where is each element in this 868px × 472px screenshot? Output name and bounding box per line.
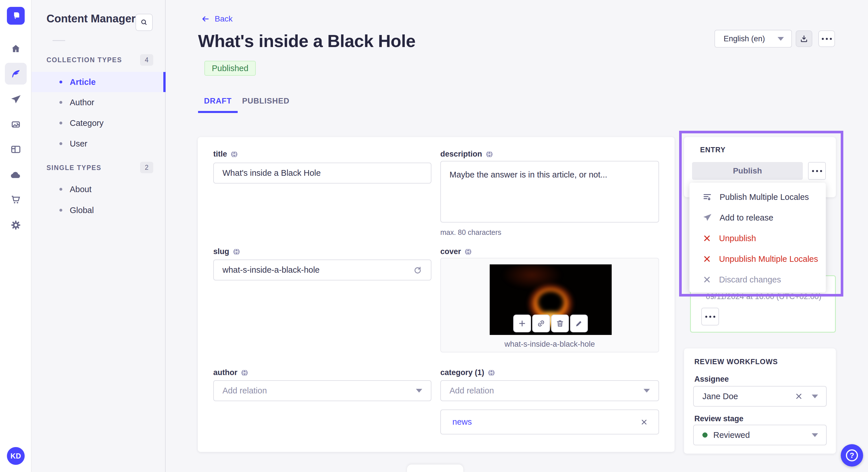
sidebar-item-label: Global [70, 206, 94, 215]
x-icon [702, 275, 712, 284]
active-tab-underline [198, 111, 238, 113]
cover-edit-button[interactable] [570, 314, 588, 332]
arrow-left-icon [201, 14, 210, 24]
export-download-button[interactable] [796, 30, 812, 47]
sidebar-item-global[interactable]: Global [32, 200, 166, 220]
bullet-icon [59, 142, 62, 145]
active-indicator [163, 72, 166, 92]
menu-item-label: Discard changes [719, 275, 781, 284]
settings-gear-icon[interactable] [5, 214, 27, 236]
description-textarea[interactable]: Maybe the answer is in this article, or … [440, 161, 659, 223]
relation-link-news[interactable]: news [453, 417, 472, 427]
sidebar-item-article[interactable]: Article [32, 72, 166, 92]
publish-options-menu: Publish Multiple Locales Add to release … [689, 183, 826, 293]
sidebar-item-user[interactable]: User [32, 134, 166, 154]
title-input[interactable]: What's inside a Black Hole [213, 163, 431, 183]
tab-draft[interactable]: DRAFT [198, 89, 238, 113]
regenerate-slug-icon[interactable] [413, 266, 422, 275]
marketplace-cart-icon[interactable] [5, 189, 27, 210]
scheduled-date-text: 09/11/2024 at 16:00 (UTC+02:00) [706, 292, 822, 301]
tab-published-label: PUBLISHED [242, 97, 290, 105]
cover-delete-button[interactable] [551, 314, 569, 332]
locale-select[interactable]: English (en) [714, 30, 792, 47]
assignee-value: Jane Doe [702, 392, 738, 401]
header-more-button[interactable] [818, 30, 835, 47]
edit-form-card: title What's inside a Black Hole descrip… [198, 137, 675, 452]
bullet-icon [59, 101, 62, 104]
menu-item-discard-changes[interactable]: Discard changes [689, 269, 826, 290]
review-workflows-title: REVIEW WORKFLOWS [694, 358, 778, 366]
sidebar-item-author[interactable]: Author [32, 92, 166, 112]
field-label-text: category (1) [440, 368, 484, 377]
menu-item-unpublish-multiple-locales[interactable]: Unpublish Multiple Locales [689, 248, 826, 269]
sidebar-item-label: Article [70, 77, 96, 87]
tab-published[interactable]: PUBLISHED [243, 89, 289, 113]
link-icon [537, 319, 546, 328]
sidebar-item-about[interactable]: About [32, 179, 166, 199]
entry-panel-title: ENTRY [700, 146, 725, 154]
title-input-value: What's inside a Black Hole [222, 168, 321, 178]
cover-toolbar [513, 314, 588, 332]
content-type-builder-icon[interactable] [5, 138, 27, 160]
slug-input-value: what-s-inside-a-black-hole [222, 265, 319, 275]
search-button[interactable] [135, 14, 153, 31]
cover-copy-link-button[interactable] [532, 314, 550, 332]
release-more-button[interactable] [701, 308, 719, 326]
slug-input[interactable]: what-s-inside-a-black-hole [213, 260, 431, 280]
field-label-text: Review stage [694, 414, 743, 423]
back-label: Back [215, 14, 232, 24]
help-button[interactable]: ? [841, 444, 863, 467]
strapi-logo[interactable] [7, 7, 25, 25]
ellipsis-icon [705, 316, 715, 318]
section-single-types: SINGLE TYPES [46, 164, 101, 172]
question-mark-icon: ? [846, 449, 858, 461]
content-manager-sidebar: Content Manager COLLECTION TYPES 4 Artic… [32, 0, 166, 472]
menu-item-unpublish[interactable]: Unpublish [689, 228, 826, 248]
cover-add-button[interactable] [513, 314, 531, 332]
author-relation-select[interactable]: Add relation [213, 380, 431, 401]
chevron-down-icon [644, 389, 650, 393]
globe-icon [233, 248, 240, 256]
content-manager-feather-icon[interactable] [5, 63, 27, 85]
releases-plane-icon[interactable] [5, 89, 27, 110]
remove-relation-icon[interactable] [640, 418, 648, 426]
review-stage-label: Review stage [694, 414, 743, 423]
download-icon [800, 34, 808, 43]
clear-assignee-icon[interactable] [795, 392, 803, 401]
category-relation-select[interactable]: Add relation [440, 380, 659, 401]
list-plus-icon [702, 192, 712, 202]
back-button[interactable]: Back [201, 14, 232, 24]
globe-icon [488, 369, 495, 376]
single-types-count-badge: 2 [140, 162, 153, 173]
status-badge: Published [205, 61, 256, 76]
globe-icon [230, 150, 238, 158]
tab-draft-label: DRAFT [204, 97, 231, 105]
menu-item-publish-multiple-locales[interactable]: Publish Multiple Locales [689, 187, 826, 207]
user-avatar[interactable]: KD [7, 447, 25, 465]
sidebar-item-label: User [70, 139, 87, 148]
stage-status-dot [702, 432, 708, 438]
collection-types-count-badge: 4 [140, 54, 153, 66]
field-label-text: Assignee [694, 375, 729, 384]
cloud-icon[interactable] [5, 164, 27, 186]
trash-icon [556, 319, 564, 328]
review-stage-select[interactable]: Reviewed [693, 425, 827, 445]
chevron-down-icon [778, 37, 784, 41]
home-icon[interactable] [5, 38, 27, 60]
entry-more-button[interactable] [808, 162, 826, 180]
sidebar-title: Content Manager [46, 12, 135, 25]
category-placeholder: Add relation [450, 386, 494, 396]
menu-item-add-to-release[interactable]: Add to release [689, 207, 826, 228]
media-library-icon[interactable] [5, 113, 27, 135]
cover-caption: what-s-inside-a-black-hole [441, 340, 658, 349]
globe-icon [464, 248, 472, 256]
description-hint: max. 80 characters [440, 228, 501, 237]
app-root: KD Content Manager COLLECTION TYPES 4 Ar… [0, 0, 868, 472]
category-relation-item: news [440, 409, 659, 434]
paper-plane-icon [702, 213, 712, 223]
publish-button[interactable]: Publish [692, 162, 803, 180]
assignee-select[interactable]: Jane Doe [693, 386, 827, 407]
sidebar-item-category[interactable]: Category [32, 113, 166, 133]
sidebar-item-label: Author [70, 98, 94, 107]
chevron-down-icon [812, 395, 818, 398]
